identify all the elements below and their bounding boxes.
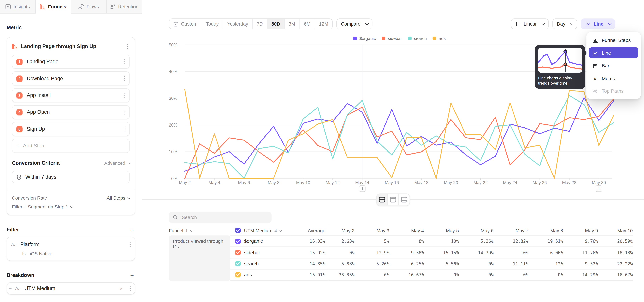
column-header-may-5[interactable]: May 5: [424, 225, 459, 236]
average-cell: 13.91%: [290, 269, 329, 280]
tab-label: Retention: [118, 4, 138, 9]
tab-insights[interactable]: Insights: [0, 0, 36, 13]
granularity-button[interactable]: Day: [552, 18, 577, 29]
chevron-down-icon: [127, 161, 131, 164]
drag-handle-icon[interactable]: [9, 287, 12, 290]
breakdown-property[interactable]: UTM Medium: [24, 286, 114, 291]
column-header-may-7[interactable]: May 7: [494, 225, 528, 236]
range-yesterday[interactable]: Yesterday: [223, 19, 253, 29]
range-today[interactable]: Today: [202, 19, 223, 29]
row-checkbox[interactable]: [235, 261, 241, 266]
menu-item-metric[interactable]: #Metric: [589, 73, 638, 84]
table-view-toggle[interactable]: [399, 194, 410, 206]
average-cell: 15.92%: [290, 247, 329, 258]
row-checkbox[interactable]: [235, 272, 241, 278]
series-name: ads: [244, 272, 252, 278]
kebab-menu-icon[interactable]: [122, 58, 127, 66]
kebab-menu-icon[interactable]: [122, 108, 127, 116]
funnel-step[interactable]: 2Download Page: [12, 72, 130, 86]
chevron-down-icon: [608, 22, 612, 25]
funnel-steps-icon: [592, 37, 598, 43]
step-label: Landing Page: [27, 59, 118, 64]
column-header-may-3[interactable]: May 3: [354, 225, 389, 236]
split-view-toggle[interactable]: [377, 194, 388, 206]
column-header-may-8[interactable]: May 8: [528, 225, 563, 236]
column-header-may-4[interactable]: May 4: [389, 225, 424, 236]
value-cell: 9.38%: [389, 247, 424, 258]
table-header-breakdown[interactable]: UTM Medium4: [230, 225, 290, 236]
kebab-menu-icon[interactable]: [122, 91, 127, 100]
funnel-step[interactable]: 4App Open: [12, 105, 130, 119]
table-row-name[interactable]: search: [230, 258, 290, 269]
filter-operator[interactable]: Is: [22, 251, 26, 256]
breakdown-header-label: UTM Medium: [244, 228, 272, 233]
tab-funnels[interactable]: Funnels: [36, 0, 71, 14]
table-row-name[interactable]: $organic: [230, 236, 290, 247]
funnel-step[interactable]: 1Landing Page: [12, 55, 130, 68]
annotation-marker[interactable]: 1: [359, 185, 366, 192]
step-number-badge: 2: [16, 75, 23, 82]
chart-view-toggle[interactable]: [388, 194, 399, 206]
kebab-menu-icon[interactable]: [128, 240, 132, 249]
kebab-menu-icon[interactable]: [128, 284, 132, 292]
menu-item-funnel-steps[interactable]: Funnel Steps: [589, 34, 638, 46]
compare-button[interactable]: Compare: [336, 18, 372, 29]
funnel-step[interactable]: 5Sign Up: [12, 122, 130, 136]
chart-type-button[interactable]: Line: [581, 18, 615, 29]
table-row-name[interactable]: sidebar: [230, 247, 290, 258]
menu-item-bar[interactable]: Bar: [589, 60, 638, 71]
value-cell: 5.56%: [424, 258, 459, 269]
column-header-average[interactable]: Average: [290, 225, 329, 236]
series-name: $organic: [244, 238, 263, 244]
conversion-rate-dropdown[interactable]: All Steps: [107, 196, 130, 200]
x-axis-label: May 24: [503, 180, 517, 185]
compare-label: Compare: [341, 21, 360, 26]
filter-segment-dropdown[interactable]: Filter + Segment on Step 1: [12, 202, 130, 211]
tab-retention[interactable]: Retention: [107, 0, 142, 13]
range-3m[interactable]: 3M: [284, 19, 300, 29]
search-input[interactable]: [181, 214, 267, 220]
annotation-marker[interactable]: 1: [596, 185, 602, 192]
kebab-menu-icon[interactable]: [122, 125, 127, 133]
table-header-funnel[interactable]: Funnel1: [169, 225, 230, 236]
add-step-button[interactable]: + Add Step: [12, 139, 130, 153]
x-axis-label: May 22: [474, 180, 488, 185]
string-type-icon: Aa: [11, 242, 16, 247]
tab-flows[interactable]: Flows: [71, 0, 107, 13]
kebab-menu-icon[interactable]: [126, 42, 130, 51]
filter-property[interactable]: Platform: [20, 242, 124, 247]
range-30d[interactable]: 30D: [267, 19, 284, 29]
x-axis-label: May 16: [385, 180, 399, 185]
header-checkbox[interactable]: [235, 228, 241, 233]
add-breakdown-button[interactable]: +: [129, 272, 135, 279]
value-cell: 12%: [528, 258, 563, 269]
kebab-menu-icon[interactable]: [122, 74, 127, 83]
table-group-label[interactable]: Product Viewed through P…: [169, 236, 230, 280]
step-number-badge: 1: [16, 58, 23, 65]
scale-button[interactable]: Linear: [511, 18, 548, 29]
menu-item-line[interactable]: Line: [589, 47, 638, 58]
funnel-metric-header[interactable]: Landing Page through Sign Up: [12, 42, 130, 51]
step-label: Sign Up: [27, 126, 118, 132]
column-header-may-6[interactable]: May 6: [459, 225, 494, 236]
column-header-may-2[interactable]: May 2: [329, 225, 354, 236]
remove-breakdown-icon[interactable]: ×: [118, 286, 124, 292]
range-label: Today: [206, 21, 218, 26]
average-cell: 14.85%: [290, 258, 329, 269]
row-checkbox[interactable]: [235, 250, 241, 255]
table-row-name[interactable]: ads: [230, 269, 290, 280]
calendar-icon: [173, 21, 178, 26]
range-7d[interactable]: 7D: [252, 19, 267, 29]
menu-item-label: Metric: [602, 75, 615, 81]
funnel-step[interactable]: 3App Install: [12, 88, 130, 102]
conversion-window-row[interactable]: Within 7 days: [12, 171, 130, 183]
range-12m[interactable]: 12M: [315, 19, 332, 29]
add-filter-button[interactable]: +: [129, 226, 135, 233]
column-header-may-9[interactable]: May 9: [563, 225, 598, 236]
range-custom[interactable]: Custom: [169, 19, 202, 29]
filter-value[interactable]: iOS Native: [30, 251, 52, 256]
range-6m[interactable]: 6M: [300, 19, 315, 29]
row-checkbox[interactable]: [235, 238, 241, 244]
advanced-dropdown[interactable]: Advanced: [104, 161, 130, 166]
column-header-may-10[interactable]: May 10: [598, 225, 632, 236]
